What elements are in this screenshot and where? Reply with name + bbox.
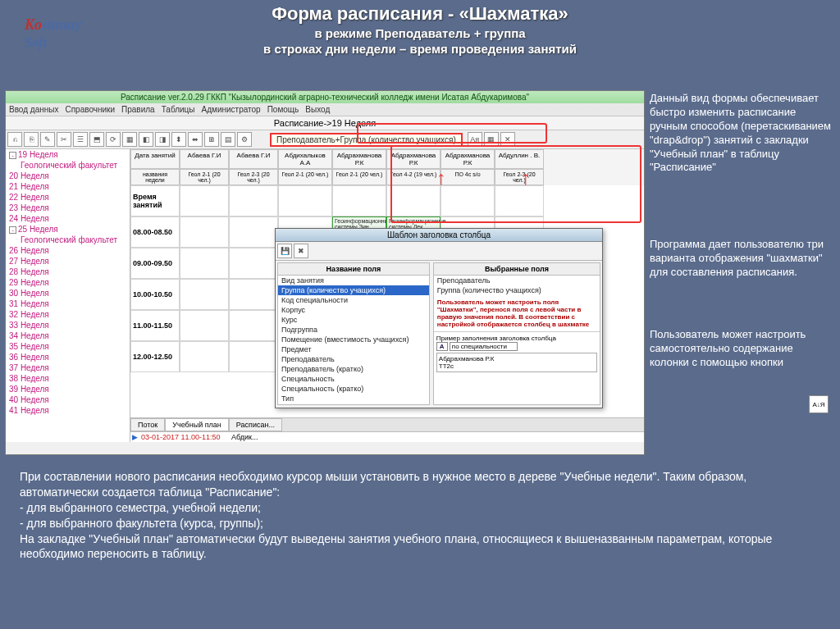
tool-icon[interactable]: ⬌	[188, 132, 203, 147]
fields-available[interactable]: Название поля Вид занятияГруппа (количес…	[277, 262, 430, 405]
menu-item[interactable]: Правила	[121, 105, 155, 114]
tree-item[interactable]: 38 Неделя	[6, 373, 130, 384]
menu-item[interactable]: Таблицы	[162, 105, 195, 114]
col-subheader: ПО 4с s/o	[441, 169, 495, 185]
time-slot: 09.00-09.50	[130, 248, 180, 279]
time-slot: 12.00-12.50	[130, 341, 180, 372]
empty-cell[interactable]	[229, 217, 278, 248]
tree-item[interactable]: 35 Неделя	[6, 341, 130, 352]
field-item[interactable]: Предмет	[278, 344, 429, 354]
tree-item[interactable]: 20 Неделя	[6, 171, 130, 181]
tool-icon[interactable]: ☰	[73, 132, 88, 147]
tree-item[interactable]: 23 Неделя	[6, 203, 130, 213]
tool-icon[interactable]: ▦	[484, 132, 499, 147]
tool-icon[interactable]: ✕	[500, 132, 515, 147]
tree-item[interactable]: 31 Неделя	[6, 299, 130, 309]
tree-item[interactable]: 30 Неделя	[6, 288, 130, 299]
tab-plan[interactable]: Учебный план	[165, 418, 229, 431]
tree-item[interactable]: 34 Неделя	[6, 330, 130, 341]
selected-field[interactable]: Группа (количество учащихся)	[434, 285, 600, 295]
field-item[interactable]: Специальность	[278, 374, 429, 384]
tree-item[interactable]: 21 Неделя	[6, 181, 130, 192]
empty-cell[interactable]	[180, 248, 229, 279]
tool-icon[interactable]: ▤	[221, 132, 235, 147]
field-item[interactable]: Подгруппа	[278, 325, 429, 335]
empty-cell[interactable]	[180, 341, 229, 372]
tool-icon[interactable]: ⎘	[24, 132, 39, 147]
tree-item[interactable]: 27 Неделя	[6, 256, 130, 267]
tool-icon[interactable]: ◨	[155, 132, 170, 147]
empty-cell[interactable]	[180, 310, 229, 341]
menu-item[interactable]: Справочники	[65, 105, 115, 114]
tree-item[interactable]: 32 Неделя	[6, 309, 130, 320]
tool-icon[interactable]: Aя	[468, 132, 482, 147]
tool-icon[interactable]: ◧	[139, 132, 153, 147]
field-item[interactable]: Преподаватель (кратко)	[278, 364, 429, 374]
col-subheader: Геол 2-1 (20 чел.)	[278, 169, 332, 185]
empty-cell[interactable]	[180, 217, 229, 248]
sample-a-button[interactable]: A	[436, 342, 448, 351]
tool-icon[interactable]: ⬒	[89, 132, 104, 147]
tree-item[interactable]: 36 Неделя	[6, 352, 130, 362]
tree-item[interactable]: Геологический факультет	[6, 160, 130, 171]
bottom-tabs[interactable]: Поток Учебный план Расписан...	[130, 417, 644, 431]
tool-icon[interactable]: ⟳	[106, 132, 121, 147]
tool-icon[interactable]: ✎	[40, 132, 55, 147]
tree-item[interactable]: 41 Неделя	[6, 405, 130, 416]
tree-item[interactable]: Геологический факультет	[6, 235, 130, 245]
tree-item[interactable]: 29 Неделя	[6, 277, 130, 288]
menu-item[interactable]: Выход	[305, 105, 330, 114]
dlg-cancel-icon[interactable]: ✖	[294, 244, 308, 258]
tool-icon[interactable]: 🗎	[204, 132, 219, 147]
tree-item[interactable]: 26 Неделя	[6, 245, 130, 256]
tool-icon[interactable]: ✂	[57, 132, 71, 147]
menu-item[interactable]: Помощь	[267, 105, 299, 114]
menu-item[interactable]: Ввод данных	[9, 105, 58, 114]
field-item[interactable]: Тип	[278, 394, 429, 403]
logo: Kostanay Soft	[25, 16, 81, 51]
selected-field[interactable]: Преподаватель	[434, 276, 600, 285]
dlg-save-icon[interactable]: 💾	[277, 244, 292, 258]
tool-icon[interactable]: ⚙	[237, 132, 252, 147]
az-sort-button[interactable]: A↓Я	[809, 395, 829, 413]
menu-item[interactable]: Администратор	[202, 105, 261, 114]
tree-item[interactable]: 28 Неделя	[6, 267, 130, 277]
tree-item[interactable]: 37 Неделя	[6, 362, 130, 373]
empty-cell[interactable]	[229, 341, 278, 372]
tree-item[interactable]: -19 Неделя	[6, 149, 130, 160]
fields-selected[interactable]: Выбранные поля ПреподавательГруппа (коли…	[433, 262, 600, 405]
tool-icon[interactable]: ⬍	[171, 132, 186, 147]
column-template-dialog[interactable]: Шаблон заголовка столбца 💾 ✖ Название по…	[275, 228, 603, 408]
empty-cell[interactable]	[180, 279, 229, 310]
para-2: Программа дает пользователю три варианта…	[650, 238, 837, 280]
empty-cell[interactable]	[229, 248, 278, 279]
field-item[interactable]: Помещение (вместимость учащихся)	[278, 335, 429, 344]
col-header: Дата занятий	[130, 149, 180, 169]
empty-cell[interactable]	[229, 310, 278, 341]
tool-icon[interactable]: ▦	[122, 132, 137, 147]
time-col-header: Время занятий	[130, 185, 180, 217]
tree-item[interactable]: 33 Неделя	[6, 320, 130, 330]
tool-icon[interactable]: ⎌	[7, 132, 22, 147]
field-item[interactable]: Факультет	[278, 403, 429, 404]
empty-cell[interactable]	[229, 279, 278, 310]
tree-item[interactable]: 24 Неделя	[6, 213, 130, 224]
tree-item[interactable]: -25 Неделя	[6, 224, 130, 235]
field-item[interactable]: Преподаватель	[278, 354, 429, 364]
col-subheader: Геол 4-2 (19 чел.)	[386, 169, 441, 185]
col-header: Абдрахманова Р.К	[441, 149, 495, 169]
field-item[interactable]: Вид занятия	[278, 276, 429, 285]
field-item[interactable]: Код специальности	[278, 295, 429, 305]
week-tree[interactable]: -19 НеделяГеологический факультет20 Неде…	[6, 149, 130, 442]
field-item[interactable]: Специальность (кратко)	[278, 384, 429, 394]
tab-pot[interactable]: Поток	[130, 418, 165, 431]
field-item[interactable]: Корпус	[278, 305, 429, 315]
field-item[interactable]: Курс	[278, 315, 429, 325]
tree-item[interactable]: 39 Неделя	[6, 384, 130, 394]
para-1: Данный вид формы обеспечивает быстро изм…	[650, 92, 835, 175]
field-item[interactable]: Группа (количество учащихся)	[278, 285, 429, 295]
tree-item[interactable]: 40 Неделя	[6, 394, 130, 405]
tree-item[interactable]: 22 Неделя	[6, 192, 130, 203]
tab-rasp[interactable]: Расписан...	[229, 418, 282, 431]
plan-row[interactable]: ▶ 03-01-2017 11.00-11:50 Абдик...	[130, 431, 644, 442]
